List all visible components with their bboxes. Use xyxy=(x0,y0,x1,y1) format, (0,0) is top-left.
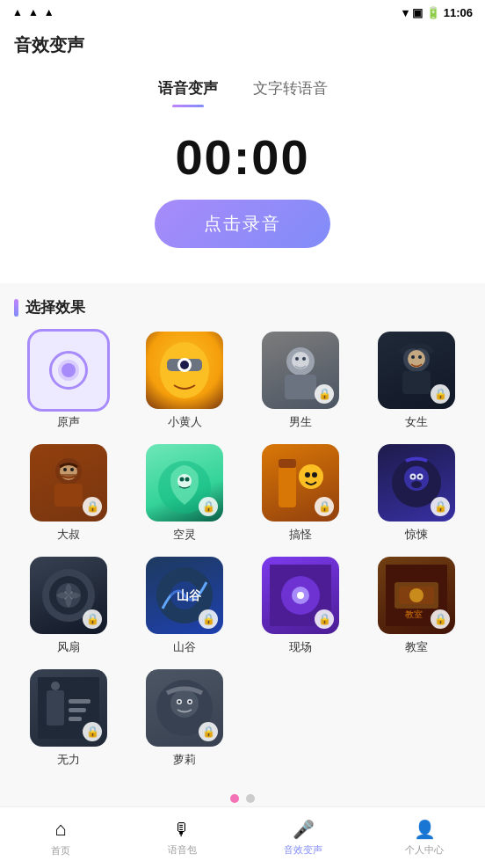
effect-item-original[interactable]: 原声 xyxy=(14,332,123,430)
effect-label-molly: 萝莉 xyxy=(173,752,196,768)
effect-item-spirit[interactable]: 🔒 空灵 xyxy=(130,444,239,543)
svg-rect-58 xyxy=(69,717,82,721)
svg-point-30 xyxy=(312,472,317,478)
effect-item-scene[interactable]: 🔒 现场 xyxy=(246,557,355,655)
svg-point-24 xyxy=(180,478,185,482)
radio-inner xyxy=(62,363,76,377)
effect-label-female: 女生 xyxy=(405,414,428,430)
effect-header: 选择效果 xyxy=(14,297,471,317)
svg-rect-7 xyxy=(285,375,316,399)
radio-icon xyxy=(49,351,88,390)
effect-thumb-male: 🔒 xyxy=(262,332,339,409)
effect-item-male[interactable]: 🔒 男生 xyxy=(246,332,355,430)
sound-change-icon: 🎤 xyxy=(293,819,315,840)
bottom-nav: ⌂ 首页 🎙 语音包 🎤 音效变声 👤 个人中心 xyxy=(0,806,485,868)
effect-label-classroom: 教室 xyxy=(405,639,428,655)
effect-thumb-fan: 🔒 xyxy=(30,557,107,634)
effect-item-uncle[interactable]: 🔒 大叔 xyxy=(14,444,123,543)
effect-thumb-spirit: 🔒 xyxy=(146,444,223,522)
effect-thumb-startled: 🔒 xyxy=(378,444,455,522)
effect-label-spirit: 空灵 xyxy=(173,527,196,543)
effect-item-minion[interactable]: 小黄人 xyxy=(130,332,239,430)
header: 音效变声 xyxy=(0,25,485,66)
effect-thumb-original xyxy=(30,332,107,409)
svg-point-8 xyxy=(292,352,309,369)
nav-voice-pack[interactable]: 🎙 语音包 xyxy=(121,820,242,857)
main-content: 00:00 点击录音 xyxy=(0,107,485,283)
effect-item-valley[interactable]: 山谷 🔒 山谷 xyxy=(130,557,239,655)
svg-point-5 xyxy=(192,376,202,390)
lock-badge-spirit: 🔒 xyxy=(199,497,218,516)
lock-badge-scene: 🔒 xyxy=(315,609,334,629)
effect-section: 选择效果 原声 xyxy=(0,283,485,782)
effect-label-original: 原声 xyxy=(57,414,80,430)
home-icon: ⌂ xyxy=(54,818,66,841)
effect-thumb-weird: 🔒 xyxy=(262,444,339,522)
status-bar: ▲ ▲ ▲ ▾ ▣ 🔋 11:06 xyxy=(0,0,485,25)
effect-label-powerless: 无力 xyxy=(57,752,80,768)
status-icon-3: ▲ xyxy=(44,6,54,18)
tabs-bar: 语音变声 文字转语音 xyxy=(0,66,485,107)
effect-item-startled[interactable]: 🔒 惊悚 xyxy=(362,444,471,543)
effect-bar-decoration xyxy=(14,299,18,317)
lock-badge-male: 🔒 xyxy=(315,384,334,404)
effect-thumb-minion xyxy=(146,332,223,409)
effect-item-classroom[interactable]: 教室 🔒 教室 xyxy=(362,557,471,655)
timer-section: 00:00 xyxy=(14,107,471,200)
effect-label-scene: 现场 xyxy=(289,639,312,655)
svg-point-59 xyxy=(51,682,60,690)
status-icon-1: ▲ xyxy=(12,6,23,18)
timer-display: 00:00 xyxy=(175,128,309,186)
effect-item-powerless[interactable]: 🔒 无力 xyxy=(14,669,123,768)
svg-point-25 xyxy=(185,478,190,482)
tab-tts[interactable]: 文字转语音 xyxy=(253,78,328,107)
dot-2[interactable] xyxy=(246,794,255,803)
lock-badge-powerless: 🔒 xyxy=(83,722,102,741)
lock-badge-female: 🔒 xyxy=(431,384,450,404)
dot-1[interactable] xyxy=(230,794,239,803)
nav-home[interactable]: ⌂ 首页 xyxy=(0,818,121,857)
battery-icon: 🔋 xyxy=(426,6,440,19)
effect-label-minion: 小黄人 xyxy=(168,414,202,430)
effect-thumb-uncle: 🔒 xyxy=(30,444,107,522)
lock-badge-weird: 🔒 xyxy=(315,497,334,516)
svg-point-3 xyxy=(180,361,189,369)
effect-item-weird[interactable]: 🔒 搞怪 xyxy=(246,444,355,543)
status-icons-right: ▾ ▣ 🔋 11:06 xyxy=(402,6,473,19)
effect-thumb-valley: 山谷 🔒 xyxy=(146,557,223,634)
svg-text:教室: 教室 xyxy=(405,609,423,619)
svg-point-52 xyxy=(409,588,423,602)
effect-label-weird: 搞怪 xyxy=(289,527,312,543)
time-display: 11:06 xyxy=(444,6,473,19)
svg-point-65 xyxy=(189,701,192,704)
svg-point-64 xyxy=(178,701,181,704)
svg-point-13 xyxy=(408,350,425,368)
record-button-wrap: 点击录音 xyxy=(14,200,471,269)
effect-thumb-classroom: 教室 🔒 xyxy=(378,557,455,634)
lock-badge-fan: 🔒 xyxy=(83,609,102,629)
lock-badge-classroom: 🔒 xyxy=(431,609,450,629)
effect-label-valley: 山谷 xyxy=(173,639,196,655)
profile-icon: 👤 xyxy=(414,819,436,840)
effect-label-male: 男生 xyxy=(289,414,312,430)
effect-item-molly[interactable]: 🔒 萝莉 xyxy=(130,669,239,768)
svg-point-10 xyxy=(302,357,306,361)
voice-pack-icon: 🎙 xyxy=(173,820,191,840)
status-icon-2: ▲ xyxy=(28,6,39,18)
effects-grid: 原声 小黄人 xyxy=(14,332,471,768)
effect-label-fan: 风扇 xyxy=(57,639,80,655)
nav-profile[interactable]: 👤 个人中心 xyxy=(364,819,485,857)
svg-rect-21 xyxy=(58,474,79,478)
effect-label-uncle: 大叔 xyxy=(57,527,80,543)
effect-item-female[interactable]: 🔒 女生 xyxy=(362,332,471,430)
effect-item-fan[interactable]: 🔒 风扇 xyxy=(14,557,123,655)
effect-thumb-molly: 🔒 xyxy=(146,669,223,747)
svg-rect-27 xyxy=(279,459,296,468)
tab-voice[interactable]: 语音变声 xyxy=(158,78,218,107)
status-icons-left: ▲ ▲ ▲ xyxy=(12,6,54,18)
record-button[interactable]: 点击录音 xyxy=(155,200,330,248)
effect-label-startled: 惊悚 xyxy=(405,527,428,543)
svg-point-14 xyxy=(411,355,415,359)
effect-thumb-powerless: 🔒 xyxy=(30,669,107,747)
nav-sound-change[interactable]: 🎤 音效变声 xyxy=(242,819,364,857)
